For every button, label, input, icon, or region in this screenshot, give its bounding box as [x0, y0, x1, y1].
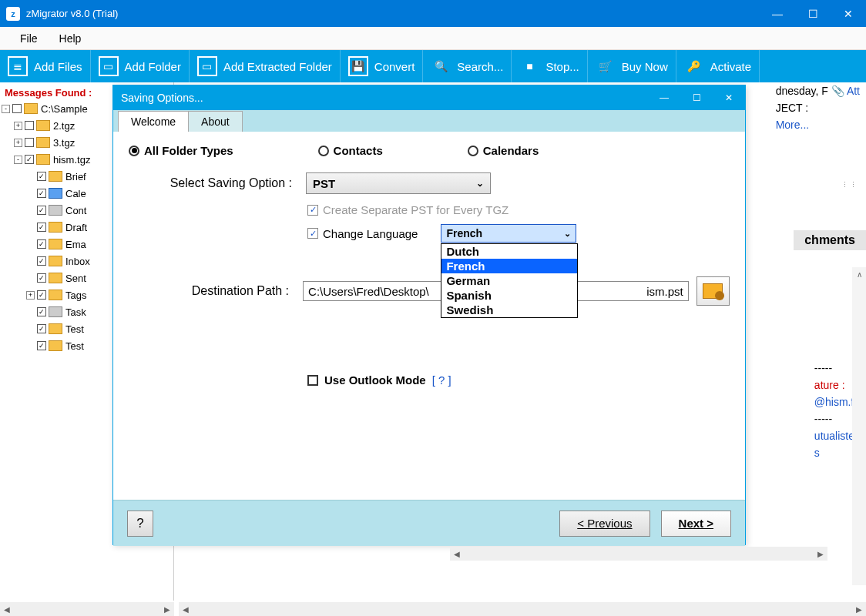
change-language-row: ✓ Change Language French⌄ DutchFrenchGer…	[307, 224, 730, 243]
expand-toggle	[26, 172, 35, 181]
preview-vscroll[interactable]: ∧	[852, 267, 866, 585]
maximize-button[interactable]: ☐	[795, 0, 831, 27]
add-files-icon: ≣	[8, 56, 28, 76]
tree-checkbox[interactable]: ✓	[37, 256, 46, 266]
add-folder-button[interactable]: ▭Add Folder	[91, 50, 190, 82]
help-button[interactable]: ?	[127, 511, 153, 537]
expand-toggle[interactable]: -	[14, 156, 22, 164]
tree-label: hism.tgz	[53, 154, 90, 166]
tree-checkbox[interactable]: ✓	[37, 307, 46, 316]
scroll-up-icon[interactable]: ∧	[852, 267, 866, 281]
tab-welcome[interactable]: Welcome	[118, 111, 189, 132]
tree-hscroll[interactable]: ◀ ▶	[0, 602, 174, 616]
tree-checkbox[interactable]: ✓	[37, 206, 46, 215]
key-icon: 🔑	[684, 56, 704, 76]
tree-label: 3.tgz	[53, 137, 75, 149]
radio-contacts[interactable]: Contacts	[318, 144, 383, 157]
preview-hscroll[interactable]: ◀ ▶	[179, 602, 866, 616]
folder-icon	[49, 171, 62, 182]
change-language-checkbox[interactable]: ✓	[307, 228, 318, 239]
create-separate-pst-checkbox[interactable]: ✓Create Separate PST for Every TGZ	[307, 203, 730, 216]
language-dropdown-menu[interactable]: DutchFrenchGermanSpanishSwedish	[441, 243, 578, 318]
folder-icon	[36, 137, 50, 148]
expand-toggle[interactable]: +	[26, 291, 35, 300]
search-button[interactable]: 🔍Search...	[423, 50, 512, 82]
add-extracted-folder-button[interactable]: ▭Add Extracted Folder	[190, 50, 341, 82]
tree-checkbox[interactable]	[12, 104, 22, 113]
folder-icon	[49, 239, 62, 249]
scroll-right-icon[interactable]: ▶	[852, 602, 866, 616]
tree-checkbox[interactable]: ✓	[37, 189, 46, 198]
search-icon: 🔍	[431, 56, 451, 76]
scroll-left-icon[interactable]: ◀	[179, 602, 193, 616]
saving-options-dialog: Saving Options... — ☐ ✕ Welcome About Al…	[112, 85, 746, 545]
folder-icon	[49, 306, 62, 317]
chevron-down-icon: ⌄	[476, 178, 484, 189]
tree-label: Cont	[65, 205, 86, 216]
grid-hscroll[interactable]: ◀ ▶	[450, 547, 827, 561]
language-option[interactable]: Dutch	[441, 244, 577, 259]
next-button[interactable]: Next >	[661, 511, 731, 537]
expand-toggle	[26, 325, 35, 333]
menu-file[interactable]: File	[9, 32, 49, 45]
tree-checkbox[interactable]: ✓	[25, 155, 34, 164]
radio-calendars[interactable]: Calendars	[468, 144, 539, 157]
expand-toggle	[26, 189, 35, 198]
convert-button[interactable]: 💾Convert	[341, 50, 424, 82]
dialog-maximize-button[interactable]: ☐	[680, 85, 713, 110]
expand-toggle[interactable]: +	[14, 139, 22, 147]
expand-toggle[interactable]: -	[2, 105, 10, 113]
previous-button[interactable]: < Previous	[559, 511, 650, 537]
dialog-close-button[interactable]: ✕	[713, 85, 745, 110]
tree-checkbox[interactable]	[25, 121, 34, 130]
outlook-help-link[interactable]: [ ? ]	[432, 373, 451, 387]
tree-checkbox[interactable]: ✓	[37, 172, 46, 181]
use-outlook-mode-label: Use Outlook Mode	[324, 373, 426, 387]
add-files-button[interactable]: ≣Add Files	[0, 50, 91, 82]
menubar: File Help	[0, 27, 866, 50]
activate-button[interactable]: 🔑Activate	[676, 50, 760, 82]
scroll-right-icon[interactable]: ▶	[814, 547, 827, 561]
scroll-right-icon[interactable]: ▶	[160, 602, 174, 616]
stop-button[interactable]: ■Stop...	[512, 50, 587, 82]
saving-option-select[interactable]: PST⌄	[306, 172, 491, 194]
folder-icon	[36, 120, 50, 131]
language-option[interactable]: Swedish	[441, 303, 577, 317]
pane-grip-icon[interactable]: ⋮⋮	[841, 181, 858, 189]
minimize-button[interactable]: —	[760, 0, 795, 27]
tree-label: Cale	[65, 188, 86, 199]
language-option[interactable]: Spanish	[441, 288, 577, 303]
tree-checkbox[interactable]: ✓	[37, 290, 46, 300]
tree-checkbox[interactable]: ✓	[37, 273, 46, 283]
tree-checkbox[interactable]: ✓	[37, 341, 46, 350]
use-outlook-mode-checkbox[interactable]	[307, 375, 318, 386]
expand-toggle	[26, 206, 35, 215]
language-option[interactable]: German	[441, 273, 577, 288]
tree-checkbox[interactable]: ✓	[37, 223, 46, 232]
language-option[interactable]: French	[441, 259, 577, 273]
expand-toggle	[26, 257, 35, 266]
folder-icon	[49, 273, 62, 283]
tree-label: Test	[65, 323, 84, 335]
tree-checkbox[interactable]: ✓	[37, 324, 46, 333]
radio-all-folder-types[interactable]: All Folder Types	[129, 144, 233, 157]
attachments-header: chments	[794, 230, 866, 250]
browse-button[interactable]	[696, 276, 730, 306]
menu-help[interactable]: Help	[49, 32, 92, 45]
dialog-body: All Folder Types Contacts Calendars Sele…	[113, 132, 745, 500]
buy-now-button[interactable]: 🛒Buy Now	[588, 50, 676, 82]
main-toolbar: ≣Add Files ▭Add Folder ▭Add Extracted Fo…	[0, 50, 866, 82]
tab-about[interactable]: About	[188, 111, 243, 132]
tree-checkbox[interactable]	[25, 138, 34, 147]
language-select[interactable]: French⌄ DutchFrenchGermanSpanishSwedish	[441, 224, 576, 243]
close-button[interactable]: ✕	[831, 0, 866, 27]
scroll-left-icon[interactable]: ◀	[450, 547, 464, 561]
expand-toggle[interactable]: +	[14, 122, 22, 130]
dialog-minimize-button[interactable]: —	[648, 85, 680, 110]
tree-checkbox[interactable]: ✓	[37, 239, 46, 249]
scroll-left-icon[interactable]: ◀	[0, 602, 14, 616]
stop-icon: ■	[519, 56, 539, 76]
expand-toggle	[26, 308, 35, 316]
more-link[interactable]: More...	[776, 116, 860, 133]
tree-label: Task	[65, 306, 86, 318]
